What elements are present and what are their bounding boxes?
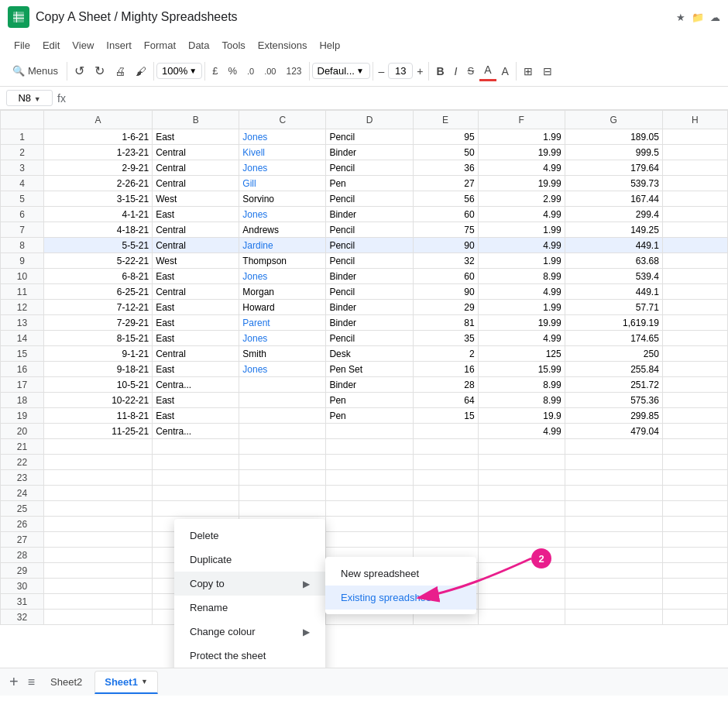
paint-format-button[interactable]: 🖌 [131,62,151,81]
tab-sheet1[interactable]: Sheet1 ▼ [94,671,158,694]
title-bar: Copy A Sheet / Mighty Spreadsheets ★ 📁 ☁ [0,0,728,34]
table-row: 169-18-21EastJonesPen Set1615.99255.84 [1,362,728,377]
col-header-b[interactable]: B [153,111,239,129]
cm-item-change-colour[interactable]: Change colour ▶ [174,620,325,644]
menu-insert[interactable]: Insert [100,37,138,53]
highlight-button[interactable]: A [497,62,513,81]
cell-ref-box[interactable]: N8 ▼ [6,90,53,106]
decimal-increase-button[interactable]: .00 [259,64,280,79]
table-row: 1911-8-21EastPen1519.9299.85 [1,408,728,424]
svg-rect-1 [13,15,24,15]
table-row: 1710-5-21Centra...Binder288.99251.72 [1,377,728,393]
copy-to-arrow-icon: ▶ [303,579,310,589]
menu-extensions[interactable]: Extensions [252,37,314,53]
table-row: 32-9-21CentralJonesPencil364.99179.64 [1,160,728,176]
table-row: 23 [1,470,728,486]
table-row: 159-1-21CentralSmithDesk2125250 [1,346,728,362]
table-row: 25 [1,501,728,517]
svg-rect-3 [16,12,17,22]
italic-button[interactable]: I [450,62,462,81]
table-row: 42-26-21CentralGillPen2719.99539.73 [1,176,728,191]
table-row: 137-29-21EastParentBinder8119.991,619.19 [1,315,728,331]
cm-item-rename[interactable]: Rename [174,596,325,620]
bold-button[interactable]: B [431,62,448,81]
font-size-decrease-button[interactable]: – [376,62,388,81]
col-header-f[interactable]: F [478,111,565,129]
sheet-tabs: + ≡ Sheet2 Sheet1 ▼ [0,668,728,696]
col-header-a[interactable]: A [44,111,153,129]
percent-button[interactable]: % [223,62,242,80]
table-row: 74-18-21CentralAndrewsPencil751.99149.25 [1,222,728,238]
table-row: 22 [1,455,728,470]
print-button[interactable]: 🖨 [110,62,130,81]
table-row: 53-15-21WestSorvinoPencil562.99167.44 [1,191,728,207]
table-row: 21 [1,439,728,455]
font-size-input[interactable]: 13 [388,63,413,79]
format-number-button[interactable]: 123 [281,63,306,80]
col-header-g[interactable]: G [565,111,662,129]
col-header-c[interactable]: C [239,111,326,129]
menu-bar: File Edit View Insert Format Data Tools … [0,34,728,56]
menu-file[interactable]: File [8,37,36,53]
cm-item-protect[interactable]: Protect the sheet [174,644,325,668]
font-selector[interactable]: Defaul... ▼ [312,63,370,79]
table-row: 64-1-21EastJonesBinder604.99299.4 [1,207,728,222]
spreadsheet-grid: A B C D E F G H 11-6-21EastJonesPencil95… [0,110,728,625]
menu-view[interactable]: View [66,37,100,53]
table-row: 2011-25-21Centra...4.99479.04 [1,424,728,439]
table-row: 26 [1,517,728,532]
menu-format[interactable]: Format [138,37,182,53]
change-colour-arrow-icon: ▶ [303,627,310,637]
cloud-icon[interactable]: ☁ [710,12,720,23]
borders-button[interactable]: ⊞ [519,62,537,81]
table-row: 21-23-21CentralKivellBinder5019.99999.5 [1,145,728,160]
decimal-decrease-button[interactable]: .0 [242,64,259,79]
menu-data[interactable]: Data [182,37,215,53]
app-title: Copy A Sheet / Mighty Spreadsheets [36,10,676,24]
table-row: 95-22-21WestThompsonPencil321.9963.68 [1,253,728,269]
menu-tools[interactable]: Tools [215,37,251,53]
spreadsheet-area: A B C D E F G H 11-6-21EastJonesPencil95… [0,110,728,668]
table-row: 27 [1,532,728,548]
column-header-row: A B C D E F G H [1,111,728,129]
app-icon [8,6,29,28]
table-row: 24 [1,486,728,501]
menu-edit[interactable]: Edit [36,37,66,53]
sheet1-dropdown-icon[interactable]: ▼ [141,678,148,685]
table-row: 106-8-21EastJonesBinder608.99539.4 [1,269,728,284]
formula-input[interactable] [72,92,722,104]
table-row: 1810-22-21EastPen648.99575.36 [1,393,728,408]
tab-sheet2[interactable]: Sheet2 [41,672,91,692]
star-icon[interactable]: ★ [676,12,685,23]
cm-item-duplicate[interactable]: Duplicate [174,548,325,572]
sm-item-new-spreadsheet[interactable]: New spreadsheet [325,562,476,586]
corner-cell [1,111,44,129]
toolbar: 🔍 Menus ↺ ↻ 🖨 🖌 100% ▼ £ % .0 .00 123 De… [0,56,728,87]
menu-help[interactable]: Help [313,37,346,53]
search-icon: 🔍 [12,65,25,77]
font-size-increase-button[interactable]: + [414,62,426,81]
sm-item-existing-spreadsheet[interactable]: Existing spreadsheet [325,586,476,610]
col-header-e[interactable]: E [413,111,478,129]
menus-button[interactable]: 🔍 Menus [6,62,64,80]
context-menu: Delete Duplicate Copy to ▶ Rename Change… [174,519,325,668]
zoom-control[interactable]: 100% ▼ [156,63,202,79]
add-sheet-button[interactable]: + [6,673,22,691]
table-row: 116-25-21CentralMorganPencil904.99449.1 [1,284,728,300]
table-row: 127-12-21EastHowardBinder291.9957.71 [1,300,728,315]
redo-button[interactable]: ↻ [90,60,109,81]
undo-button[interactable]: ↺ [70,60,89,81]
copy-to-submenu: New spreadsheet Existing spreadsheet [325,557,476,614]
col-header-d[interactable]: D [326,111,413,129]
merge-button[interactable]: ⊟ [538,62,557,81]
font-color-button[interactable]: A [479,60,496,81]
table-row: 11-6-21EastJonesPencil951.99189.05 [1,129,728,145]
currency-button[interactable]: £ [208,62,222,80]
sheet-menu-button[interactable]: ≡ [25,675,38,689]
col-header-h[interactable]: H [662,111,727,129]
cm-item-copy-to[interactable]: Copy to ▶ [174,572,325,596]
strikethrough-button[interactable]: S [463,62,479,80]
cm-item-delete[interactable]: Delete [174,524,325,548]
fx-label: fx [57,92,66,105]
folder-icon[interactable]: 📁 [692,12,704,23]
